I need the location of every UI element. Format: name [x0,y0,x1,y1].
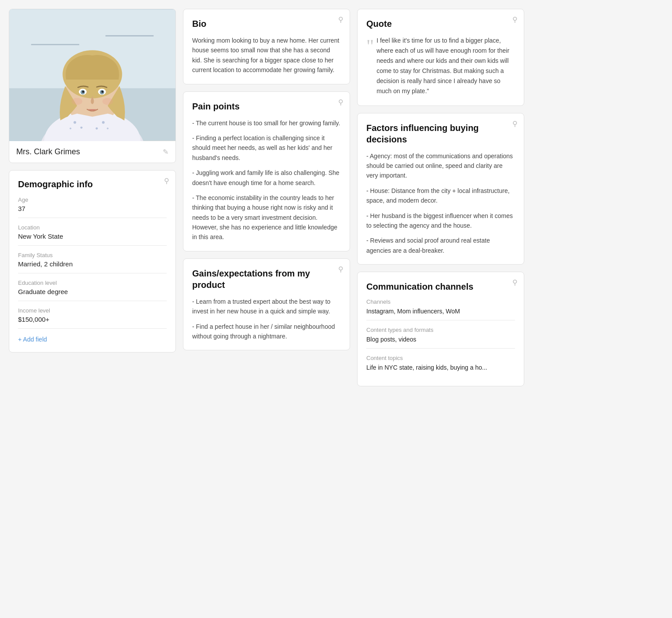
svg-point-19 [73,121,76,124]
add-field-button[interactable]: + Add field [18,336,47,343]
bio-card: ⚲ Bio Working mom looking to buy a new h… [183,9,350,84]
bio-title: Bio [192,18,341,29]
pain-item-4: - The economic instability in the countr… [192,193,341,242]
age-value: 37 [18,205,167,218]
svg-point-14 [82,91,84,93]
communication-card: ⚲ Communication channels Channels Instag… [357,272,524,386]
pain-points-card: ⚲ Pain points - The current house is too… [183,91,350,251]
svg-point-21 [102,121,105,124]
quote-title: Quote [366,18,515,29]
svg-point-16 [72,98,82,105]
demographic-age-field: Age 37 [18,196,167,218]
education-label: Education level [18,280,167,286]
gains-card: ⚲ Gains/expectations from my product - L… [183,258,350,351]
content-types-value: Blog posts, videos [366,336,515,349]
quote-pin-icon[interactable]: ⚲ [512,15,518,24]
profile-image [9,9,175,141]
communication-title: Communication channels [366,281,515,292]
profile-name: Mrs. Clark Grimes [16,147,80,156]
demographic-card: ⚲ Demographic info Age 37 Location New Y… [9,170,176,353]
edit-icon[interactable]: ✎ [163,148,168,156]
gains-body: - Learn from a trusted expert about the … [192,297,341,342]
pain-item-2: - Finding a perfect location is challeng… [192,133,341,163]
svg-point-23 [69,127,71,129]
factor-item-4: - Reviews and social proof around real e… [366,236,515,255]
content-types-label: Content types and formats [366,327,515,333]
demographic-income-field: Income level $150,000+ [18,307,167,329]
gains-pin-icon[interactable]: ⚲ [338,265,343,273]
location-label: Location [18,224,167,231]
communication-pin-icon[interactable]: ⚲ [512,278,518,287]
gains-item-2: - Find a perfect house in her / similar … [192,322,341,342]
pain-points-body: - The current house is too small for her… [192,118,341,242]
demographic-family-field: Family Status Married, 2 children [18,252,167,273]
svg-point-15 [101,91,103,93]
pain-item-3: - Juggling work and family life is also … [192,168,341,188]
factors-card: ⚲ Factors influencing buying decisions -… [357,113,524,265]
pain-item-1: - The current house is too small for her… [192,118,341,128]
pain-points-title: Pain points [192,101,341,112]
income-label: Income level [18,307,167,314]
quote-content: " I feel like it's time for us to find a… [366,36,515,97]
gains-item-1: - Learn from a trusted expert about the … [192,297,341,316]
factors-pin-icon[interactable]: ⚲ [512,120,518,128]
bio-body: Working mom looking to buy a new home. H… [192,36,341,75]
age-label: Age [18,196,167,203]
factors-body: - Agency: most of the communications and… [366,151,515,256]
channels-value: Instagram, Mom influencers, WoM [366,308,515,320]
family-value: Married, 2 children [18,260,167,273]
income-value: $150,000+ [18,316,167,329]
content-topics-section: Content topics Life in NYC state, raisin… [366,355,515,371]
gains-title: Gains/expectations from my product [192,268,341,291]
quote-card: ⚲ Quote " I feel like it's time for us t… [357,9,524,106]
factor-item-2: - House: Distance from the city + local … [366,186,515,206]
factor-item-3: - Her husband is the biggest influencer … [366,211,515,231]
svg-point-24 [107,127,109,129]
factor-item-1: - Agency: most of the communications and… [366,151,515,181]
demographic-title: Demographic info [18,179,167,189]
channels-label: Channels [366,298,515,305]
content-types-section: Content types and formats Blog posts, vi… [366,327,515,349]
demographic-education-field: Education level Graduate degree [18,280,167,301]
factors-title: Factors influencing buying decisions [366,122,515,145]
svg-point-22 [95,127,98,130]
content-topics-label: Content topics [366,355,515,361]
content-topics-value: Life in NYC state, raising kids, buying … [366,364,515,371]
quote-marks: " [366,39,374,54]
bio-pin-icon[interactable]: ⚲ [338,15,343,24]
demographic-location-field: Location New York State [18,224,167,246]
profile-card: Mrs. Clark Grimes ✎ [9,9,176,163]
family-label: Family Status [18,252,167,258]
svg-point-20 [80,127,83,129]
education-value: Graduate degree [18,288,167,301]
demographic-pin-icon[interactable]: ⚲ [164,177,169,185]
quote-text: I feel like it's time for us to find a b… [376,36,515,97]
channels-section: Channels Instagram, Mom influencers, WoM [366,298,515,320]
pain-points-pin-icon[interactable]: ⚲ [338,98,343,106]
svg-point-17 [102,98,113,105]
location-value: New York State [18,233,167,246]
